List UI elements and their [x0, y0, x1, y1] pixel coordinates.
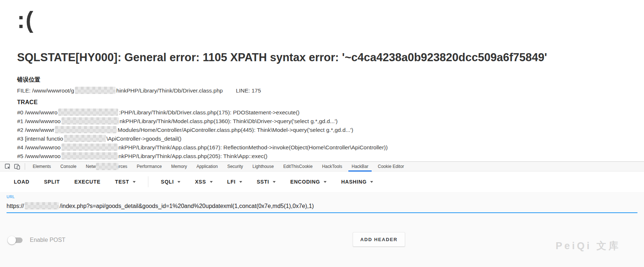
tab-security[interactable]: Security [223, 162, 248, 172]
encoding-menu-button[interactable]: ENCODING [284, 175, 332, 188]
sad-face-emoticon: :( [17, 7, 34, 34]
devtools-tabbar: Elements Console Network Sources Perform… [0, 162, 644, 172]
error-page: :( SQLSTATE[HY000]: General error: 1105 … [0, 0, 644, 161]
trace-prefix: #0 /www/wwwro [17, 109, 57, 115]
error-file-line: FILE: /www/wwwroot/ghinkPHP/Library/Thin… [17, 87, 261, 94]
button-label: SPLIT [44, 179, 60, 185]
button-label: LOAD [14, 179, 29, 185]
xss-menu-button[interactable]: XSS [189, 175, 218, 188]
sqli-menu-button[interactable]: SQLI [155, 175, 186, 188]
trace-line: #4 /www/wwwroonkPHP/Library/Think/App.cl… [17, 143, 388, 152]
censored-region [58, 109, 118, 116]
trace-list: #0 /www/wwwro:PHP/Library/Think/Db/Drive… [17, 108, 388, 161]
error-line-number: LINE: 175 [236, 87, 261, 94]
inspect-element-icon[interactable] [3, 162, 12, 170]
tab-hacktools[interactable]: HackTools [317, 162, 347, 172]
tabbar-divider [25, 163, 25, 170]
trace-heading: TRACE [17, 99, 38, 106]
load-button[interactable]: LOAD [8, 175, 35, 188]
add-header-button[interactable]: ADD HEADER [353, 232, 405, 247]
file-path-prefix: FILE: /www/wwwroot/g [17, 87, 74, 94]
hackbar-panel-body: URL https:///index.php?s=api/goods_detai… [0, 192, 644, 267]
hashing-menu-button[interactable]: HASHING [335, 175, 379, 188]
tab-cookie-editor[interactable]: Cookie Editor [373, 162, 409, 172]
trace-line: #0 /www/wwwro:PHP/Library/Think/Db/Drive… [17, 108, 388, 117]
tab-memory[interactable]: Memory [167, 162, 192, 172]
trace-line: #2 /www/wwwrModules/Home/Controller/ApiC… [17, 126, 388, 134]
censored-region [96, 163, 119, 170]
chevron-down-icon [133, 181, 136, 183]
tab-editthiscookie[interactable]: EditThisCookie [279, 162, 317, 172]
toggle-knob[interactable] [8, 236, 16, 244]
chevron-down-icon [273, 181, 276, 183]
enable-post-label: Enable POST [30, 237, 65, 243]
trace-suffix: \ApiController->goods_detail() [107, 136, 181, 142]
button-label: XSS [195, 179, 206, 185]
lfi-menu-button[interactable]: LFI [221, 175, 248, 188]
trace-suffix: :PHP/Library/Think/Db/Driver.class.php(1… [119, 109, 300, 115]
error-title: SQLSTATE[HY000]: General error: 1105 XPA… [17, 51, 547, 64]
button-label: LFI [227, 179, 236, 185]
trace-line: #1 /www/wwwroonkPHP/Library/Think/Model.… [17, 117, 388, 126]
devtools-panel: Elements Console Network Sources Perform… [0, 161, 644, 267]
chevron-down-icon [177, 181, 180, 183]
tab-performance[interactable]: Performance [132, 162, 167, 172]
censored-region [61, 144, 118, 151]
watermark: PeiQi 文库 [556, 239, 621, 252]
button-label: EXECUTE [75, 179, 101, 185]
trace-prefix: #1 /www/wwwroo [17, 118, 61, 124]
ssti-menu-button[interactable]: SSTI [251, 175, 281, 188]
censored-region [25, 202, 59, 209]
url-field-label: URL [7, 195, 15, 199]
url-suffix: /index.php?s=api/goods_detail&goods_id=1… [60, 203, 314, 209]
trace-prefix: #4 /www/wwwroo [17, 144, 61, 150]
url-input[interactable]: https:///index.php?s=api/goods_detail&go… [7, 202, 314, 209]
trace-prefix: #2 /www/wwwr [17, 127, 54, 133]
chevron-down-icon [370, 181, 373, 183]
chevron-down-icon [324, 181, 327, 183]
trace-prefix: #5 /www/wwwroo [17, 153, 61, 159]
button-label: SSTI [257, 179, 269, 185]
button-label: TEST [115, 179, 129, 185]
toggle-track[interactable] [9, 237, 23, 243]
toolbar-divider [148, 176, 148, 187]
file-path-suffix: hinkPHP/Library/Think/Db/Driver.class.ph… [116, 87, 223, 94]
chevron-down-icon [239, 181, 242, 183]
url-input-focus-underline [7, 212, 637, 213]
trace-prefix: #3 [internal functio [17, 136, 63, 142]
chevron-down-icon [210, 181, 213, 183]
tab-console[interactable]: Console [56, 162, 81, 172]
hackbar-toolbar: LOAD SPLIT EXECUTE TEST SQLI XSS LFI SST… [0, 172, 644, 192]
button-label: SQLI [161, 179, 174, 185]
test-menu-button[interactable]: TEST [109, 175, 141, 188]
trace-suffix: Modules/Home/Controller/ApiController.cl… [117, 127, 353, 133]
device-toolbar-icon[interactable] [12, 162, 22, 170]
url-prefix: https:// [7, 203, 24, 209]
enable-post-toggle[interactable]: Enable POST [9, 235, 65, 245]
censored-region [61, 117, 119, 125]
tab-elements[interactable]: Elements [28, 162, 56, 172]
tab-lighthouse[interactable]: Lighthouse [248, 162, 279, 172]
tab-hackbar[interactable]: HackBar [347, 162, 373, 172]
trace-line: #3 [internal functio\ApiController->good… [17, 134, 388, 143]
censored-region [55, 126, 117, 133]
censored-region [75, 87, 116, 94]
trace-suffix: nkPHP/Library/Think/Model.class.php(1360… [120, 118, 338, 124]
error-location-heading: 错误位置 [17, 76, 40, 84]
trace-suffix: nkPHP/Library/Think/App.class.php(205): … [119, 153, 268, 159]
button-label: HASHING [341, 179, 367, 185]
button-label: ENCODING [290, 179, 320, 185]
tab-application[interactable]: Application [192, 162, 223, 172]
execute-button[interactable]: EXECUTE [69, 175, 107, 188]
split-button[interactable]: SPLIT [38, 175, 66, 188]
censored-region [64, 135, 106, 142]
censored-region [61, 152, 118, 160]
trace-line: #5 /www/wwwroonkPHP/Library/Think/App.cl… [17, 152, 388, 161]
trace-suffix: nkPHP/Library/Think/App.class.php(167): … [119, 144, 388, 150]
